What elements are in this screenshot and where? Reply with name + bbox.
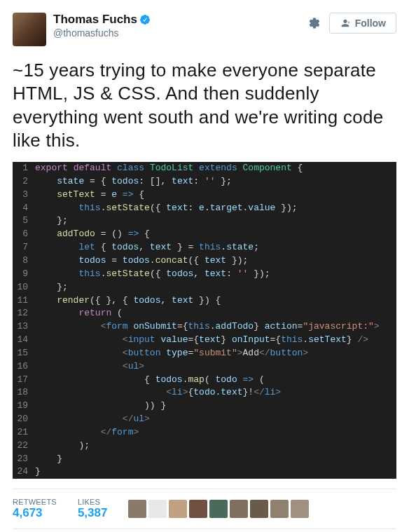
line-number: 6 [13, 228, 35, 241]
code-line: 18 <li>{todo.text}!</li> [13, 386, 396, 400]
liker-avatar[interactable] [148, 500, 167, 518]
liker-avatar[interactable] [189, 500, 207, 518]
line-content: <input value={text} onInput={this.setTex… [35, 334, 396, 347]
code-line: 12 return ( [13, 307, 396, 320]
code-line: 9 this.setState({ todos, text: '' }); [13, 268, 396, 281]
follow-label: Follow [355, 18, 386, 29]
line-content: )) } [35, 400, 396, 413]
tweet-text: ~15 years trying to make everyone separa… [13, 59, 396, 152]
retweets-label: RETWEETS [13, 498, 57, 506]
code-line: 7 let { todos, text } = this.state; [13, 241, 396, 254]
line-number: 7 [13, 241, 35, 254]
code-line: 15 <button type="submit">Add</button> [13, 347, 396, 360]
code-line: 19 )) } [13, 400, 396, 413]
line-number: 12 [13, 307, 35, 320]
code-block: 1export default class TodoList extends C… [13, 162, 396, 479]
code-line: 24} [13, 465, 396, 479]
code-line: 3 setText = e => { [13, 189, 396, 202]
code-line: 8 todos = todos.concat({ text }); [13, 254, 396, 268]
line-number: 17 [13, 374, 35, 387]
avatar[interactable] [13, 13, 46, 46]
liker-avatar[interactable] [250, 500, 268, 518]
liker-avatar[interactable] [128, 500, 146, 518]
likes-stat[interactable]: LIKES 5,387 [78, 498, 108, 520]
line-content: this.setState({ todos, text: '' }); [35, 268, 396, 281]
line-number: 11 [13, 294, 35, 308]
liker-avatar[interactable] [230, 500, 248, 518]
line-content: render({ }, { todos, text }) { [35, 294, 396, 308]
code-line: 2 state = { todos: [], text: '' }; [13, 175, 396, 189]
liker-avatars [128, 500, 309, 518]
line-content: setText = e => { [35, 189, 396, 202]
line-content: } [35, 465, 396, 479]
code-line: 14 <input value={text} onInput={this.set… [13, 334, 396, 347]
line-number: 24 [13, 465, 35, 479]
line-number: 4 [13, 202, 35, 215]
line-number: 1 [13, 162, 35, 175]
line-number: 19 [13, 400, 35, 413]
line-number: 3 [13, 189, 35, 202]
code-line: 5 }; [13, 214, 396, 228]
follow-button[interactable]: Follow [329, 13, 396, 34]
gear-icon[interactable] [308, 17, 321, 29]
code-line: 22 ); [13, 439, 396, 453]
liker-avatar[interactable] [270, 500, 289, 518]
line-content: addTodo = () => { [35, 228, 396, 241]
line-content: </form> [35, 426, 396, 439]
user-handle[interactable]: @thomasfuchs [53, 27, 308, 39]
line-content: let { todos, text } = this.state; [35, 241, 396, 254]
line-content: todos = todos.concat({ text }); [35, 254, 396, 268]
code-line: 1export default class TodoList extends C… [13, 162, 396, 175]
likes-label: LIKES [78, 498, 108, 506]
code-line: 11 render({ }, { todos, text }) { [13, 294, 396, 308]
tweet-header: Thomas Fuchs @thomasfuchs Follow [13, 13, 396, 46]
header-actions: Follow [308, 13, 396, 34]
code-line: 4 this.setState({ text: e.target.value }… [13, 202, 396, 215]
line-number: 18 [13, 386, 35, 400]
line-content: </ul> [35, 413, 396, 426]
verified-icon [139, 14, 151, 25]
code-line: 21 </form> [13, 426, 396, 439]
line-content: state = { todos: [], text: '' }; [35, 175, 396, 189]
line-content: export default class TodoList extends Co… [35, 162, 396, 175]
code-line: 10 }; [13, 281, 396, 294]
line-number: 23 [13, 453, 35, 466]
liker-avatar[interactable] [209, 500, 228, 518]
follow-icon [340, 18, 351, 29]
liker-avatar[interactable] [291, 500, 309, 518]
retweets-stat[interactable]: RETWEETS 4,673 [13, 498, 57, 520]
line-content: <li>{todo.text}!</li> [35, 386, 396, 400]
liker-avatar[interactable] [169, 500, 187, 518]
line-content: } [35, 453, 396, 466]
line-number: 20 [13, 413, 35, 426]
line-number: 13 [13, 320, 35, 334]
line-content: }; [35, 214, 396, 228]
line-number: 2 [13, 175, 35, 189]
likes-value: 5,387 [78, 506, 108, 520]
line-number: 15 [13, 347, 35, 360]
line-content: ); [35, 439, 396, 453]
code-line: 13 <form onSubmit={this.addTodo} action=… [13, 320, 396, 334]
line-content: }; [35, 281, 396, 294]
retweets-value: 4,673 [13, 506, 57, 520]
line-number: 22 [13, 439, 35, 453]
line-number: 9 [13, 268, 35, 281]
code-line: 17 { todos.map( todo => ( [13, 374, 396, 387]
line-number: 8 [13, 254, 35, 268]
code-line: 20 </ul> [13, 413, 396, 426]
line-content: <button type="submit">Add</button> [35, 347, 396, 360]
user-info: Thomas Fuchs @thomasfuchs [53, 13, 308, 39]
line-content: return ( [35, 307, 396, 320]
timestamp[interactable]: 8:30 AM - 19 Dec 2016 [13, 529, 396, 532]
line-content: <form onSubmit={this.addTodo} action="ja… [35, 320, 396, 334]
line-number: 14 [13, 334, 35, 347]
code-line: 16 <ul> [13, 360, 396, 374]
line-number: 5 [13, 214, 35, 228]
stats-bar: RETWEETS 4,673 LIKES 5,387 [13, 489, 396, 529]
line-number: 16 [13, 360, 35, 374]
tweet-container: Thomas Fuchs @thomasfuchs Follow ~15 yea… [0, 0, 409, 532]
line-number: 10 [13, 281, 35, 294]
display-name[interactable]: Thomas Fuchs [53, 13, 137, 27]
line-content: { todos.map( todo => ( [35, 374, 396, 387]
line-number: 21 [13, 426, 35, 439]
